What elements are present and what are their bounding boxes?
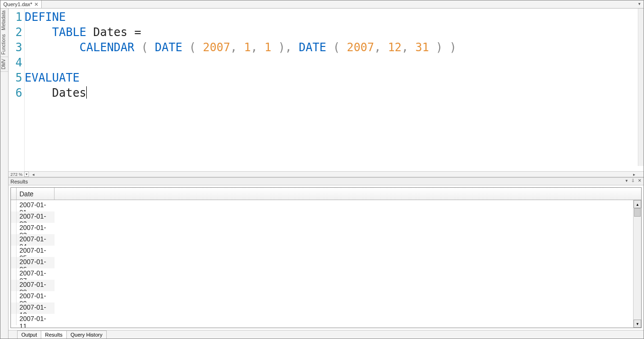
main: 1 2 3 4 5 6 DEFINE TABLE Dates = CALENDA… <box>9 9 644 339</box>
kw-evaluate: EVALUATE <box>25 71 80 84</box>
line-number: 6 <box>9 85 24 101</box>
id-dates: Dates <box>93 26 128 39</box>
panel-close-icon[interactable]: ✕ <box>637 178 643 183</box>
panel-dropdown-icon[interactable]: ▾ <box>624 178 629 183</box>
num: 12 <box>388 41 402 54</box>
results-titlebar: Results ▾ ⇩ ✕ <box>9 178 644 185</box>
zoom-level: 272 % <box>10 172 23 177</box>
sidetab-functions[interactable]: Functions <box>0 32 8 57</box>
fn-date: DATE <box>299 41 326 54</box>
close-tab-icon[interactable]: ✕ <box>34 1 38 8</box>
sidetab-dmv[interactable]: DMV <box>0 57 8 72</box>
row-handle-header <box>11 188 17 200</box>
num: 31 <box>415 41 429 54</box>
grid-header: Date <box>11 188 641 200</box>
panel-pin-icon[interactable]: ⇩ <box>630 178 636 183</box>
results-grid: Date 2007-01-012007-01-022007-01-032007-… <box>10 187 642 328</box>
table-row[interactable]: 2007-01-10 <box>11 302 641 314</box>
row-handle <box>11 246 17 257</box>
table-row[interactable]: 2007-01-11 <box>11 314 641 325</box>
row-handle <box>11 280 17 291</box>
editor-zoom-bar: 272 % ▾ ◂ ▸ <box>9 171 644 177</box>
cell-date: 2007-01-06 <box>17 257 55 268</box>
row-handle <box>11 211 17 223</box>
tab-output[interactable]: Output <box>17 330 41 339</box>
cell-date: 2007-01-07 <box>17 268 55 280</box>
kw-define: DEFINE <box>25 10 66 24</box>
line-number: 1 <box>9 9 24 25</box>
table-row[interactable]: 2007-01-06 <box>11 257 641 268</box>
row-handle <box>11 223 17 234</box>
scroll-thumb[interactable] <box>634 208 641 217</box>
bottom-tabstrip: Output Results Query History <box>9 330 644 339</box>
cell-date: 2007-01-04 <box>17 234 55 246</box>
table-row[interactable]: 2007-01-08 <box>11 280 641 291</box>
column-header-date[interactable]: Date <box>17 188 55 200</box>
results-panel: Results ▾ ⇩ ✕ Date 2007-01-012 <box>9 177 644 339</box>
row-handle <box>11 257 17 268</box>
code-content[interactable]: DEFINE TABLE Dates = CALENDAR ( DATE ( 2… <box>25 9 644 171</box>
cell-date: 2007-01-08 <box>17 280 55 291</box>
hscroll-left-icon[interactable]: ◂ <box>32 172 35 177</box>
body: Metadata Functions DMV 1 2 3 4 5 6 DEFIN… <box>0 9 644 339</box>
num: 2007 <box>203 41 230 54</box>
id-dates2: Dates <box>52 86 86 100</box>
editor-pane: 1 2 3 4 5 6 DEFINE TABLE Dates = CALENDA… <box>9 9 644 177</box>
cell-date: 2007-01-05 <box>17 246 55 257</box>
row-handle <box>11 291 17 302</box>
line-number-gutter: 1 2 3 4 5 6 <box>9 9 25 171</box>
document-tabstrip: Query1.dax* ✕ ▾ <box>0 0 644 9</box>
grid-vertical-scrollbar[interactable]: ▴ ▾ <box>633 200 641 328</box>
cell-date: 2007-01-01 <box>17 200 55 211</box>
table-row[interactable]: 2007-01-09 <box>11 291 641 302</box>
line-number: 4 <box>9 55 24 70</box>
zoom-dropdown-icon[interactable]: ▾ <box>24 172 29 177</box>
eq: = <box>134 26 141 39</box>
scroll-track[interactable] <box>634 208 641 320</box>
tabstrip-dropdown-icon[interactable]: ▾ <box>636 1 643 7</box>
table-row[interactable]: 2007-01-01 <box>11 200 641 211</box>
table-row[interactable]: 2007-01-04 <box>11 234 641 246</box>
kw-table: TABLE <box>52 26 86 39</box>
cell-date: 2007-01-10 <box>17 302 55 314</box>
text-cursor <box>86 86 87 99</box>
line-number: 5 <box>9 70 24 85</box>
code-editor[interactable]: 1 2 3 4 5 6 DEFINE TABLE Dates = CALENDA… <box>9 9 644 171</box>
row-handle <box>11 302 17 314</box>
side-tabs: Metadata Functions DMV <box>0 9 9 339</box>
scroll-up-icon[interactable]: ▴ <box>634 200 641 208</box>
cell-date: 2007-01-11 <box>17 314 55 325</box>
row-handle <box>11 314 17 325</box>
table-row[interactable]: 2007-01-02 <box>11 211 641 223</box>
document-tab[interactable]: Query1.dax* ✕ <box>0 0 42 8</box>
row-handle <box>11 234 17 246</box>
num: 2007 <box>347 41 374 54</box>
table-row[interactable]: 2007-01-07 <box>11 268 641 280</box>
row-handle <box>11 268 17 280</box>
app-window: Query1.dax* ✕ ▾ Metadata Functions DMV 1… <box>0 0 644 339</box>
table-row[interactable]: 2007-01-05 <box>11 246 641 257</box>
results-grid-wrap: Date 2007-01-012007-01-022007-01-032007-… <box>9 185 644 330</box>
fn-calendar: CALENDAR <box>80 41 135 54</box>
tab-results[interactable]: Results <box>41 330 67 339</box>
tab-query-history[interactable]: Query History <box>66 330 107 339</box>
line-number: 2 <box>9 25 24 40</box>
document-tab-title: Query1.dax* <box>3 1 32 7</box>
row-handle <box>11 200 17 211</box>
sidetab-metadata[interactable]: Metadata <box>0 9 8 32</box>
editor-vertical-scrollbar[interactable] <box>638 9 644 166</box>
table-row[interactable]: 2007-01-03 <box>11 223 641 234</box>
cell-date: 2007-01-03 <box>17 223 55 234</box>
grid-body: 2007-01-012007-01-022007-01-032007-01-04… <box>11 200 641 328</box>
scroll-down-icon[interactable]: ▾ <box>634 320 641 328</box>
hscroll-right-icon[interactable]: ▸ <box>631 172 637 177</box>
results-title-text: Results <box>10 179 28 184</box>
cell-date: 2007-01-02 <box>17 211 55 223</box>
num: 1 <box>244 41 250 54</box>
cell-date: 2007-01-09 <box>17 291 55 302</box>
line-number: 3 <box>9 40 24 55</box>
num: 1 <box>265 41 271 54</box>
fn-date: DATE <box>155 41 183 54</box>
